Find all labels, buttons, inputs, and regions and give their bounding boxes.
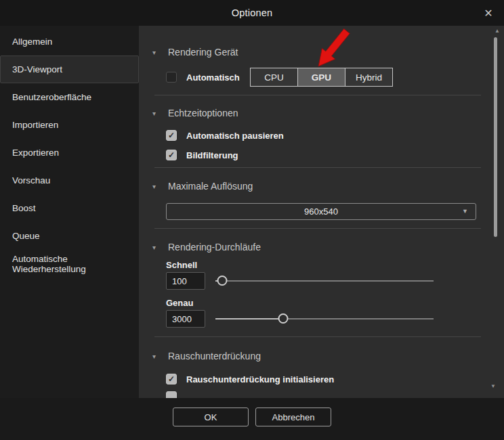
automatisch-pausieren-checkbox[interactable]: ✓ — [166, 130, 177, 141]
genau-label: Genau — [139, 297, 504, 308]
schnell-slider-row — [139, 272, 504, 290]
sidebar-item-label: Boost — [12, 203, 36, 213]
collapse-icon[interactable]: ▾ — [152, 244, 159, 251]
scrollbar-thumb[interactable] — [494, 37, 497, 237]
sidebar-item-allgemein[interactable]: Allgemein — [0, 28, 139, 56]
options-dialog: Optionen ✕ Allgemein 3D-Viewport Benutze… — [0, 0, 504, 440]
dialog-body: Allgemein 3D-Viewport Benutzeroberfläche… — [0, 26, 504, 398]
section-title: Rendering Gerät — [168, 47, 238, 58]
slider-handle[interactable] — [217, 276, 227, 286]
slider-track[interactable] — [215, 280, 434, 282]
clipped-option-row — [166, 391, 504, 398]
settings-panel: ▾ Rendering Gerät Automatisch CPU GPU Hy… — [139, 26, 504, 398]
schnell-value-input[interactable] — [166, 272, 205, 290]
sidebar-item-label: Exportieren — [12, 148, 59, 158]
sidebar-item-label: 3D-Viewport — [12, 64, 62, 74]
device-segmented-control: CPU GPU Hybrid — [250, 68, 393, 87]
sidebar-item-queue[interactable]: Queue — [0, 222, 139, 250]
close-icon[interactable]: ✕ — [481, 6, 496, 21]
sidebar-item-label: Importieren — [12, 120, 58, 130]
rauschunterdrueckung-initialisieren-checkbox[interactable]: ✓ — [166, 374, 177, 384]
sidebar-item-label: Vorschau — [12, 175, 50, 185]
slider-handle[interactable] — [278, 313, 288, 324]
section-title: Maximale Auflösung — [168, 181, 253, 192]
schnell-label: Schnell — [139, 259, 504, 270]
sidebar-item-boost[interactable]: Boost — [0, 194, 139, 222]
option-row: ✓ Automatisch pausieren — [139, 129, 504, 141]
cancel-button[interactable]: Abbrechen — [255, 408, 331, 426]
option-label: Automatisch pausieren — [186, 131, 284, 141]
section-title: Echtzeitoptionen — [168, 108, 238, 118]
automatisch-checkbox[interactable] — [166, 72, 177, 83]
section-header-rendering-durchlaeufe[interactable]: ▾ Rendering-Durchläufe — [139, 240, 504, 254]
sidebar-item-importieren[interactable]: Importieren — [0, 111, 139, 139]
genau-slider-row — [139, 310, 504, 328]
section-divider — [154, 95, 481, 95]
scroll-up-icon[interactable]: ▲ — [495, 28, 500, 34]
chevron-down-icon: ▼ — [462, 208, 468, 215]
collapse-icon[interactable]: ▾ — [152, 110, 159, 117]
section-divider — [154, 167, 481, 168]
scroll-down-icon[interactable]: ▼ — [490, 383, 496, 389]
section-header-echtzeitoptionen[interactable]: ▾ Echtzeitoptionen — [139, 106, 504, 120]
dialog-footer: OK Abbrechen — [0, 398, 504, 440]
title-bar: Optionen ✕ — [0, 0, 504, 26]
section-title: Rauschunterdrückung — [168, 351, 261, 361]
annotation-arrow-icon — [306, 27, 355, 70]
clipped-checkbox[interactable] — [166, 391, 177, 398]
sidebar-item-3d-viewport[interactable]: 3D-Viewport — [0, 56, 139, 83]
genau-value-input[interactable] — [166, 310, 205, 328]
sidebar-item-label: Benutzeroberfläche — [12, 92, 91, 102]
ok-button[interactable]: OK — [173, 408, 249, 426]
sidebar-item-vorschau[interactable]: Vorschau — [0, 167, 139, 194]
sidebar-item-benutzeroberflaeche[interactable]: Benutzeroberfläche — [0, 83, 139, 111]
genau-slider[interactable] — [215, 310, 434, 328]
automatisch-label: Automatisch — [186, 72, 240, 83]
section-header-maximale-aufloesung[interactable]: ▾ Maximale Auflösung — [139, 179, 504, 193]
sidebar-item-label: Queue — [12, 231, 40, 241]
segment-gpu[interactable]: GPU — [297, 68, 345, 87]
resolution-dropdown-value: 960x540 — [304, 206, 338, 217]
collapse-icon[interactable]: ▾ — [152, 353, 159, 360]
section-title: Rendering-Durchläufe — [168, 242, 261, 252]
segment-hybrid[interactable]: Hybrid — [345, 68, 393, 87]
section-divider — [154, 336, 481, 337]
sidebar-item-label: Automatische Wiederherstellung — [12, 254, 138, 274]
segment-cpu[interactable]: CPU — [250, 68, 298, 87]
sidebar-item-exportieren[interactable]: Exportieren — [0, 139, 139, 167]
option-label: Bildfilterung — [186, 150, 238, 160]
option-row: ✓ Bildfilterung — [139, 149, 504, 161]
dialog-title: Optionen — [232, 7, 272, 18]
schnell-slider[interactable] — [215, 272, 434, 290]
bildfilterung-checkbox[interactable]: ✓ — [166, 150, 177, 160]
section-header-rauschunterdrueckung[interactable]: ▾ Rauschunterdrückung — [139, 349, 504, 363]
option-row: ✓ Rauschunterdrückung initialisieren — [139, 373, 504, 385]
option-label: Rauschunterdrückung initialisieren — [186, 374, 334, 384]
section-divider — [154, 228, 481, 229]
slider-fill — [215, 318, 283, 320]
collapse-icon[interactable]: ▾ — [152, 183, 159, 190]
sidebar-item-label: Allgemein — [12, 37, 52, 47]
resolution-dropdown[interactable]: 960x540 ▼ — [166, 203, 476, 220]
sidebar: Allgemein 3D-Viewport Benutzeroberfläche… — [0, 26, 139, 398]
sidebar-item-automatische-wiederherstellung[interactable]: Automatische Wiederherstellung — [0, 250, 139, 278]
collapse-icon[interactable]: ▾ — [152, 49, 159, 56]
